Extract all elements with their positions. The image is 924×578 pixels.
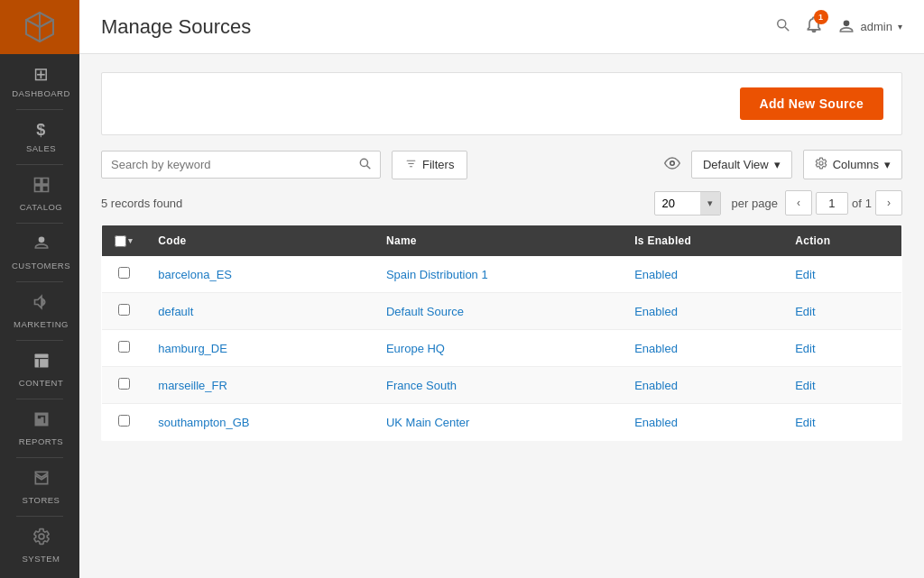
row-name: UK Main Center (374, 404, 622, 441)
row-edit-link[interactable]: Edit (795, 416, 815, 429)
select-all-checkbox[interactable] (115, 235, 126, 247)
table-col-name: Name (374, 225, 622, 257)
sidebar-item-system[interactable]: SYSTEM (0, 518, 79, 573)
add-new-source-button[interactable]: Add New Source (740, 87, 883, 120)
page-title: Manage Sources (101, 15, 774, 39)
row-checkbox[interactable] (118, 304, 130, 316)
row-enabled-status: Enabled (634, 379, 678, 392)
table-row: default Default Source Enabled Edit (102, 293, 902, 330)
system-icon (32, 528, 51, 550)
sources-table: ▾ Code Name Is Enabled Action barcelona_… (101, 225, 902, 441)
sidebar-item-marketing[interactable]: MARKETING (0, 284, 79, 338)
row-code-link[interactable]: hamburg_DE (158, 342, 227, 355)
row-checkbox-cell (102, 256, 146, 293)
row-checkbox[interactable] (118, 378, 130, 390)
user-name: admin (861, 20, 892, 33)
row-is-enabled: Enabled (622, 404, 782, 441)
sidebar-item-label: SYSTEM (22, 554, 60, 564)
row-code-link[interactable]: southampton_GB (158, 416, 249, 429)
sidebar-item-stores[interactable]: STORES (0, 460, 79, 514)
sidebar-divider (16, 164, 64, 165)
row-checkbox-cell (102, 293, 146, 330)
search-icon[interactable] (774, 16, 790, 37)
row-checkbox[interactable] (118, 267, 130, 279)
row-is-enabled: Enabled (622, 330, 782, 367)
per-page-arrow: ▾ (700, 192, 720, 215)
sidebar-divider (16, 223, 64, 224)
row-code: barcelona_ES (145, 256, 374, 293)
row-action: Edit (782, 256, 901, 293)
reports-icon (32, 410, 51, 433)
sidebar-item-catalog[interactable]: CATALOG (0, 167, 79, 221)
view-label: Default View (703, 158, 769, 171)
columns-button[interactable]: Columns ▾ (803, 150, 902, 179)
sidebar-divider (16, 457, 64, 458)
sidebar-item-label: DASHBOARD (12, 88, 70, 98)
checkbox-dropdown-arrow[interactable]: ▾ (128, 236, 133, 245)
row-code-link[interactable]: default (158, 305, 193, 318)
row-code-link[interactable]: barcelona_ES (158, 268, 232, 281)
sales-icon: $ (36, 121, 46, 140)
row-enabled-status: Enabled (634, 305, 678, 318)
notification-bell[interactable]: 1 (805, 15, 823, 38)
search-icon[interactable] (358, 157, 371, 172)
search-input[interactable] (111, 158, 351, 171)
sidebar-divider (16, 516, 64, 517)
table-col-checkbox: ▾ (102, 225, 146, 257)
filters-button[interactable]: path{stroke:#777;stroke-width:2;stroke-l… (392, 151, 467, 179)
pagination-nav: ‹ of 1 › (785, 190, 902, 216)
sidebar-item-sales[interactable]: $ SALES (0, 112, 79, 162)
row-edit-link[interactable]: Edit (795, 268, 815, 281)
svg-rect-1 (34, 354, 48, 368)
sidebar-item-reports[interactable]: REPORTS (0, 401, 79, 455)
per-page-dropdown[interactable]: 20 30 50 100 200 (655, 192, 700, 215)
sidebar-logo (0, 0, 79, 54)
pagination-prev-button[interactable]: ‹ (785, 190, 812, 216)
columns-label: Columns (833, 158, 879, 171)
sidebar-item-content[interactable]: CONTENT (0, 343, 79, 397)
row-checkbox[interactable] (118, 415, 130, 427)
eye-icon (664, 155, 680, 175)
row-edit-link[interactable]: Edit (795, 342, 815, 355)
pagination-of: of (852, 197, 862, 210)
table-row: marseille_FR France South Enabled Edit (102, 367, 902, 404)
action-bar: Add New Source (101, 72, 902, 135)
view-dropdown-arrow: ▾ (774, 158, 781, 171)
pagination-next-button[interactable]: › (875, 190, 902, 216)
row-code: default (145, 293, 374, 330)
sidebar-item-customers[interactable]: CUSTOMERS (0, 225, 79, 280)
svg-point-0 (38, 237, 44, 243)
row-code-link[interactable]: marseille_FR (158, 379, 227, 392)
records-found: 5 records found (101, 197, 647, 210)
row-name: Europe HQ (374, 330, 622, 367)
notification-count: 1 (814, 10, 828, 24)
pagination-current-page[interactable] (816, 192, 848, 215)
row-action: Edit (782, 367, 901, 404)
row-name-link[interactable]: Default Source (386, 305, 464, 318)
content-icon (32, 352, 51, 374)
row-action: Edit (782, 330, 901, 367)
row-name-link[interactable]: Europe HQ (386, 342, 445, 355)
row-edit-link[interactable]: Edit (795, 379, 815, 392)
sidebar-divider (16, 281, 64, 282)
svg-point-4 (843, 20, 849, 26)
row-name-link[interactable]: France South (386, 379, 457, 392)
row-checkbox[interactable] (118, 341, 130, 353)
table-row: barcelona_ES Spain Distribution 1 Enable… (102, 256, 902, 293)
customers-icon (32, 234, 51, 257)
default-view-button[interactable]: Default View ▾ (691, 151, 792, 179)
row-name-link[interactable]: UK Main Center (386, 416, 469, 429)
sidebar-item-label: MARKETING (14, 319, 69, 329)
table-col-action: Action (782, 225, 901, 257)
row-enabled-status: Enabled (634, 268, 678, 281)
row-edit-link[interactable]: Edit (795, 305, 815, 318)
user-menu-arrow: ▾ (898, 22, 902, 32)
columns-dropdown-arrow: ▾ (884, 158, 891, 171)
svg-point-5 (360, 159, 367, 166)
sidebar-item-dashboard[interactable]: ⊞ DASHBOARD (0, 54, 79, 107)
per-page-select: 20 30 50 100 200 ▾ (654, 191, 721, 216)
row-name-link[interactable]: Spain Distribution 1 (386, 268, 488, 281)
sidebar-divider (16, 109, 64, 110)
user-menu[interactable]: admin ▾ (837, 18, 902, 36)
marketing-icon (32, 293, 51, 316)
